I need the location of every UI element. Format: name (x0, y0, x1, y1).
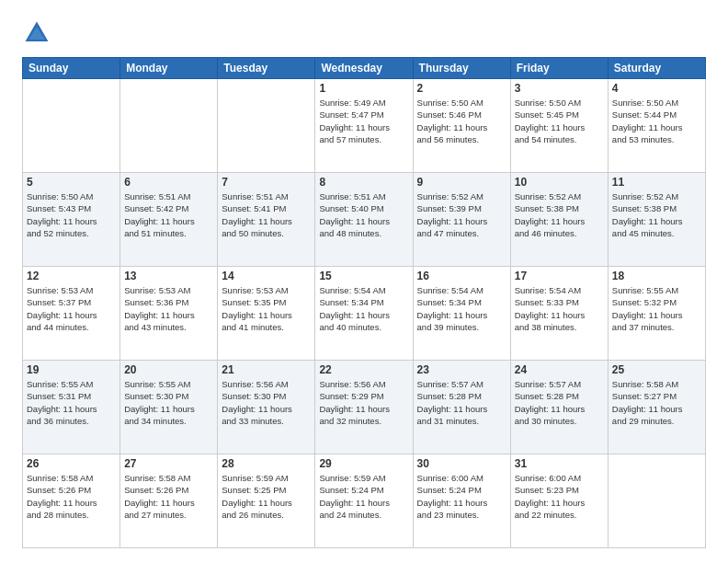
calendar-cell (608, 454, 705, 548)
day-number: 29 (319, 457, 408, 470)
day-number: 31 (515, 457, 604, 470)
day-info: Sunrise: 5:58 AM Sunset: 5:27 PM Dayligh… (612, 378, 701, 427)
day-info: Sunrise: 5:49 AM Sunset: 5:47 PM Dayligh… (319, 97, 408, 145)
day-number: 22 (319, 363, 408, 376)
day-number: 13 (124, 270, 213, 282)
day-number: 7 (222, 176, 311, 189)
calendar-cell: 19Sunrise: 5:55 AM Sunset: 5:31 PM Dayli… (23, 361, 120, 454)
day-info: Sunrise: 5:55 AM Sunset: 5:31 PM Dayligh… (27, 378, 116, 427)
day-info: Sunrise: 5:57 AM Sunset: 5:28 PM Dayligh… (417, 378, 506, 427)
calendar-cell: 24Sunrise: 5:57 AM Sunset: 5:28 PM Dayli… (510, 361, 608, 454)
calendar-cell: 20Sunrise: 5:55 AM Sunset: 5:30 PM Dayli… (120, 361, 218, 454)
day-info: Sunrise: 5:52 AM Sunset: 5:38 PM Dayligh… (612, 190, 701, 239)
calendar-week-row: 12Sunrise: 5:53 AM Sunset: 5:37 PM Dayli… (23, 267, 706, 361)
calendar-week-row: 1Sunrise: 5:49 AM Sunset: 5:47 PM Daylig… (23, 79, 706, 173)
day-info: Sunrise: 5:57 AM Sunset: 5:28 PM Dayligh… (515, 378, 604, 427)
calendar-cell: 4Sunrise: 5:50 AM Sunset: 5:44 PM Daylig… (608, 79, 705, 173)
calendar-week-row: 5Sunrise: 5:50 AM Sunset: 5:43 PM Daylig… (23, 173, 706, 267)
calendar-cell: 3Sunrise: 5:50 AM Sunset: 5:45 PM Daylig… (510, 79, 608, 173)
calendar-cell: 28Sunrise: 5:59 AM Sunset: 5:25 PM Dayli… (218, 454, 315, 548)
day-info: Sunrise: 5:52 AM Sunset: 5:38 PM Dayligh… (515, 190, 604, 239)
day-info: Sunrise: 5:51 AM Sunset: 5:42 PM Dayligh… (124, 190, 213, 239)
day-number: 10 (515, 176, 604, 189)
calendar-cell: 22Sunrise: 5:56 AM Sunset: 5:29 PM Dayli… (315, 361, 413, 454)
calendar-cell: 6Sunrise: 5:51 AM Sunset: 5:42 PM Daylig… (120, 173, 218, 267)
day-info: Sunrise: 5:52 AM Sunset: 5:39 PM Dayligh… (417, 190, 506, 239)
day-info: Sunrise: 5:53 AM Sunset: 5:36 PM Dayligh… (124, 284, 213, 333)
weekday-header: Monday (120, 58, 218, 79)
day-info: Sunrise: 5:59 AM Sunset: 5:25 PM Dayligh… (222, 472, 311, 521)
day-number: 23 (417, 363, 506, 376)
calendar-cell: 26Sunrise: 5:58 AM Sunset: 5:26 PM Dayli… (23, 454, 120, 548)
weekday-header: Tuesday (218, 58, 315, 79)
calendar-cell: 16Sunrise: 5:54 AM Sunset: 5:34 PM Dayli… (413, 267, 510, 361)
page: SundayMondayTuesdayWednesdayThursdayFrid… (0, 0, 728, 563)
calendar-cell: 1Sunrise: 5:49 AM Sunset: 5:47 PM Daylig… (315, 79, 413, 173)
calendar-week-row: 19Sunrise: 5:55 AM Sunset: 5:31 PM Dayli… (23, 361, 706, 454)
day-info: Sunrise: 6:00 AM Sunset: 5:24 PM Dayligh… (417, 472, 506, 521)
day-info: Sunrise: 5:55 AM Sunset: 5:30 PM Dayligh… (124, 378, 213, 427)
day-info: Sunrise: 5:51 AM Sunset: 5:40 PM Dayligh… (319, 190, 408, 239)
calendar-cell: 14Sunrise: 5:53 AM Sunset: 5:35 PM Dayli… (218, 267, 315, 361)
logo (22, 18, 55, 48)
day-info: Sunrise: 5:59 AM Sunset: 5:24 PM Dayligh… (319, 472, 408, 521)
calendar-cell: 7Sunrise: 5:51 AM Sunset: 5:41 PM Daylig… (218, 173, 315, 267)
day-info: Sunrise: 6:00 AM Sunset: 5:23 PM Dayligh… (515, 472, 604, 521)
weekday-header: Sunday (23, 58, 120, 79)
day-info: Sunrise: 5:56 AM Sunset: 5:29 PM Dayligh… (319, 378, 408, 427)
calendar-cell: 8Sunrise: 5:51 AM Sunset: 5:40 PM Daylig… (315, 173, 413, 267)
calendar-cell: 15Sunrise: 5:54 AM Sunset: 5:34 PM Dayli… (315, 267, 413, 361)
weekday-header: Wednesday (315, 58, 413, 79)
calendar-header: SundayMondayTuesdayWednesdayThursdayFrid… (23, 58, 706, 79)
day-number: 17 (515, 270, 604, 282)
calendar: SundayMondayTuesdayWednesdayThursdayFrid… (22, 57, 706, 548)
calendar-cell (120, 79, 218, 173)
day-info: Sunrise: 5:51 AM Sunset: 5:41 PM Dayligh… (222, 190, 311, 239)
calendar-cell: 10Sunrise: 5:52 AM Sunset: 5:38 PM Dayli… (510, 173, 608, 267)
day-info: Sunrise: 5:54 AM Sunset: 5:34 PM Dayligh… (319, 284, 408, 333)
calendar-cell: 25Sunrise: 5:58 AM Sunset: 5:27 PM Dayli… (608, 361, 705, 454)
day-number: 21 (222, 363, 311, 376)
weekday-header: Thursday (413, 58, 510, 79)
day-number: 4 (612, 82, 701, 95)
day-number: 5 (27, 176, 116, 189)
day-number: 6 (124, 176, 213, 189)
day-info: Sunrise: 5:50 AM Sunset: 5:46 PM Dayligh… (417, 97, 506, 145)
day-number: 15 (319, 270, 408, 282)
day-number: 1 (319, 82, 408, 95)
day-number: 3 (515, 82, 604, 95)
calendar-cell: 29Sunrise: 5:59 AM Sunset: 5:24 PM Dayli… (315, 454, 413, 548)
day-info: Sunrise: 5:56 AM Sunset: 5:30 PM Dayligh… (222, 378, 311, 427)
day-number: 14 (222, 270, 311, 282)
calendar-week-row: 26Sunrise: 5:58 AM Sunset: 5:26 PM Dayli… (23, 454, 706, 548)
calendar-cell: 13Sunrise: 5:53 AM Sunset: 5:36 PM Dayli… (120, 267, 218, 361)
calendar-cell: 31Sunrise: 6:00 AM Sunset: 5:23 PM Dayli… (510, 454, 608, 548)
day-info: Sunrise: 5:50 AM Sunset: 5:43 PM Dayligh… (27, 190, 116, 239)
calendar-cell: 11Sunrise: 5:52 AM Sunset: 5:38 PM Dayli… (608, 173, 705, 267)
calendar-cell: 12Sunrise: 5:53 AM Sunset: 5:37 PM Dayli… (23, 267, 120, 361)
day-number: 27 (124, 457, 213, 470)
calendar-cell: 9Sunrise: 5:52 AM Sunset: 5:39 PM Daylig… (413, 173, 510, 267)
day-info: Sunrise: 5:55 AM Sunset: 5:32 PM Dayligh… (612, 284, 701, 333)
day-number: 8 (319, 176, 408, 189)
day-info: Sunrise: 5:50 AM Sunset: 5:44 PM Dayligh… (612, 97, 701, 145)
day-number: 30 (417, 457, 506, 470)
day-number: 12 (27, 270, 116, 282)
day-info: Sunrise: 5:54 AM Sunset: 5:33 PM Dayligh… (515, 284, 604, 333)
header (22, 18, 706, 48)
calendar-cell: 17Sunrise: 5:54 AM Sunset: 5:33 PM Dayli… (510, 267, 608, 361)
day-number: 11 (612, 176, 701, 189)
day-number: 9 (417, 176, 506, 189)
calendar-cell: 21Sunrise: 5:56 AM Sunset: 5:30 PM Dayli… (218, 361, 315, 454)
day-info: Sunrise: 5:58 AM Sunset: 5:26 PM Dayligh… (124, 472, 213, 521)
calendar-body: 1Sunrise: 5:49 AM Sunset: 5:47 PM Daylig… (23, 79, 706, 548)
calendar-cell: 27Sunrise: 5:58 AM Sunset: 5:26 PM Dayli… (120, 454, 218, 548)
day-info: Sunrise: 5:53 AM Sunset: 5:35 PM Dayligh… (222, 284, 311, 333)
day-number: 19 (27, 363, 116, 376)
header-row: SundayMondayTuesdayWednesdayThursdayFrid… (23, 58, 706, 79)
day-number: 18 (612, 270, 701, 282)
day-info: Sunrise: 5:58 AM Sunset: 5:26 PM Dayligh… (27, 472, 116, 521)
day-info: Sunrise: 5:53 AM Sunset: 5:37 PM Dayligh… (27, 284, 116, 333)
day-info: Sunrise: 5:54 AM Sunset: 5:34 PM Dayligh… (417, 284, 506, 333)
logo-icon (22, 18, 51, 48)
